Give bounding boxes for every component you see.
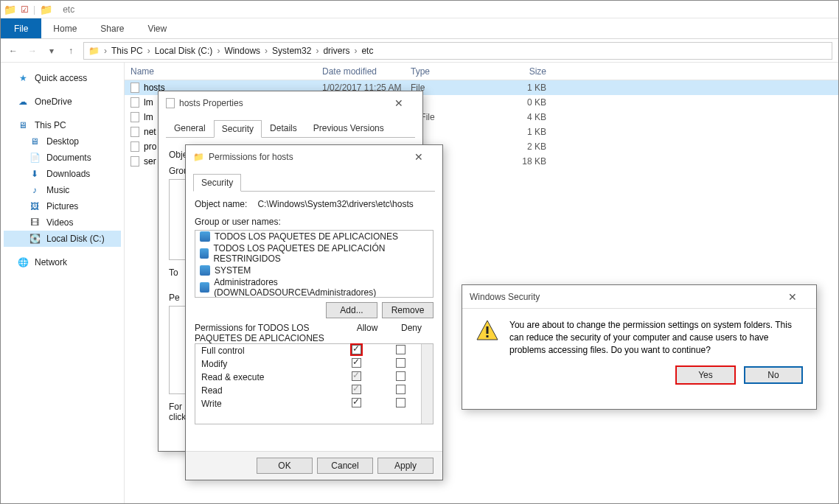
deny-checkbox[interactable]	[396, 398, 405, 407]
folder-icon: 📁	[193, 152, 204, 162]
ok-button[interactable]: OK	[257, 458, 313, 474]
forward-button[interactable]: →	[26, 44, 39, 57]
deny-checkbox[interactable]	[396, 385, 405, 394]
nav-item-label: Music	[46, 185, 69, 195]
tab-general[interactable]: General	[166, 119, 214, 137]
qat-save-icon[interactable]: ☑	[21, 4, 29, 15]
no-button[interactable]: No	[744, 366, 803, 384]
tab-security[interactable]: Security	[193, 174, 241, 192]
folder-icon: 📁	[4, 4, 16, 15]
yes-button[interactable]: Yes	[676, 366, 735, 384]
chevron-right-icon[interactable]: ›	[215, 46, 221, 56]
nav-item-label: Quick access	[35, 73, 87, 83]
quick-access-toolbar: 📁 ☑ | 📁 etc	[1, 1, 838, 18]
ribbon-tab-home[interactable]: Home	[41, 18, 88, 38]
allow-checkbox[interactable]	[352, 371, 361, 381]
deny-header: Deny	[389, 323, 434, 343]
nav-item[interactable]: ♪Music	[4, 182, 121, 198]
groups-listbox[interactable]: TODOS LOS PAQUETES DE APLICACIONESTODOS …	[195, 230, 434, 298]
nav-item[interactable]: 💽Local Disk (C:)	[4, 231, 121, 247]
permission-label: Read & execute	[201, 372, 334, 382]
group-item[interactable]: SYSTEM	[195, 265, 433, 276]
file-name: pro	[144, 141, 156, 152]
crumb-etc[interactable]: etc	[361, 46, 373, 56]
navigation-pane[interactable]: ★Quick access☁OneDrive🖥This PC🖥Desktop📄D…	[1, 63, 125, 503]
monitor-icon: 🖥	[17, 119, 29, 131]
deny-checkbox[interactable]	[396, 358, 405, 368]
group-item[interactable]: TODOS LOS PAQUETES DE APLICACIONES	[195, 231, 433, 242]
close-button[interactable]: ✕	[776, 287, 809, 307]
scrollbar[interactable]	[421, 344, 433, 424]
crumb-this-pc[interactable]: This PC	[111, 46, 143, 56]
address-folder-icon: 📁	[88, 46, 100, 56]
recent-dropdown[interactable]: ▾	[45, 44, 58, 57]
tab-details[interactable]: Details	[262, 119, 305, 137]
group-item[interactable]: Administradores (DOWNLOADSOURCE\Administ…	[195, 276, 433, 298]
nav-item[interactable]: 🖥Desktop	[4, 133, 121, 150]
allow-checkbox[interactable]	[352, 345, 361, 354]
column-headers[interactable]: Name Date modified Type Size	[125, 63, 838, 80]
cloud-icon: ☁	[17, 96, 29, 108]
nav-item-label: OneDrive	[35, 97, 72, 107]
file-name: net	[144, 127, 156, 137]
deny-checkbox[interactable]	[396, 371, 405, 381]
crumb-sys32[interactable]: System32	[272, 46, 311, 56]
file-icon	[166, 98, 175, 108]
ribbon-tab-view[interactable]: View	[136, 18, 178, 38]
tab-previous[interactable]: Previous Versions	[305, 119, 392, 137]
permissions-table: Full control Modify Read & execute Read …	[195, 343, 434, 424]
close-button[interactable]: ✕	[382, 93, 415, 113]
tab-security[interactable]: Security	[214, 120, 262, 138]
permissions-dialog: 📁 Permissions for hosts ✕ Security Objec…	[185, 144, 443, 480]
file-icon	[130, 97, 139, 108]
nav-item[interactable]: 🌐Network	[4, 254, 121, 270]
nav-item[interactable]: ⬇Downloads	[4, 166, 121, 182]
nav-item[interactable]: 🎞Videos	[4, 214, 121, 231]
nav-item-label: Local Disk (C:)	[46, 234, 105, 244]
group-item[interactable]: TODOS LOS PAQUETES DE APLICACIÓN RESTRIN…	[195, 242, 433, 265]
up-button[interactable]: ↑	[64, 44, 77, 57]
remove-button[interactable]: Remove	[382, 302, 434, 318]
chevron-right-icon[interactable]: ›	[314, 46, 320, 56]
crumb-drivers[interactable]: drivers	[323, 46, 349, 56]
group-name: TODOS LOS PAQUETES DE APLICACIÓN RESTRIN…	[213, 243, 428, 264]
address-bar[interactable]: 📁 › This PC› Local Disk (C:)› Windows› S…	[83, 42, 832, 60]
nav-item[interactable]: ★Quick access	[4, 70, 121, 86]
nav-item[interactable]: 🖥This PC	[4, 117, 121, 133]
file-size: 2 KB	[493, 141, 552, 152]
crumb-disk[interactable]: Local Disk (C:)	[155, 46, 213, 56]
crumb-windows[interactable]: Windows	[224, 46, 260, 56]
add-button[interactable]: Add...	[326, 302, 377, 318]
allow-checkbox[interactable]	[352, 385, 361, 394]
svg-rect-1	[487, 326, 489, 334]
nav-item[interactable]: ☁OneDrive	[4, 94, 121, 110]
col-type[interactable]: Type	[405, 63, 493, 80]
chevron-right-icon[interactable]: ›	[102, 46, 108, 56]
file-tab[interactable]: File	[1, 18, 41, 38]
back-button[interactable]: ←	[7, 44, 20, 57]
apply-button[interactable]: Apply	[377, 458, 434, 474]
col-size[interactable]: Size	[493, 63, 552, 80]
close-button[interactable]: ✕	[402, 147, 435, 167]
chevron-right-icon[interactable]: ›	[352, 46, 358, 56]
nav-item[interactable]: 📄Documents	[4, 150, 121, 166]
nav-bar: ← → ▾ ↑ 📁 › This PC› Local Disk (C:)› Wi…	[1, 39, 838, 63]
allow-checkbox[interactable]	[352, 358, 361, 368]
chevron-right-icon[interactable]: ›	[146, 46, 152, 56]
deny-checkbox[interactable]	[396, 345, 405, 354]
users-icon	[200, 248, 209, 259]
permission-row: Full control	[195, 344, 433, 357]
allow-checkbox[interactable]	[352, 398, 361, 407]
group-name: SYSTEM	[215, 265, 251, 276]
disk-icon: 💽	[29, 233, 41, 245]
cancel-button[interactable]: Cancel	[317, 458, 373, 474]
nav-item[interactable]: 🖼Pictures	[4, 198, 121, 214]
file-size: 1 KB	[493, 83, 552, 93]
ribbon-tab-share[interactable]: Share	[88, 18, 136, 38]
col-date[interactable]: Date modified	[316, 63, 405, 80]
file-icon	[130, 141, 139, 152]
chevron-right-icon[interactable]: ›	[263, 46, 269, 56]
nav-item-label: Network	[35, 257, 67, 267]
col-name[interactable]: Name	[125, 63, 316, 80]
file-size: 4 KB	[493, 112, 552, 122]
